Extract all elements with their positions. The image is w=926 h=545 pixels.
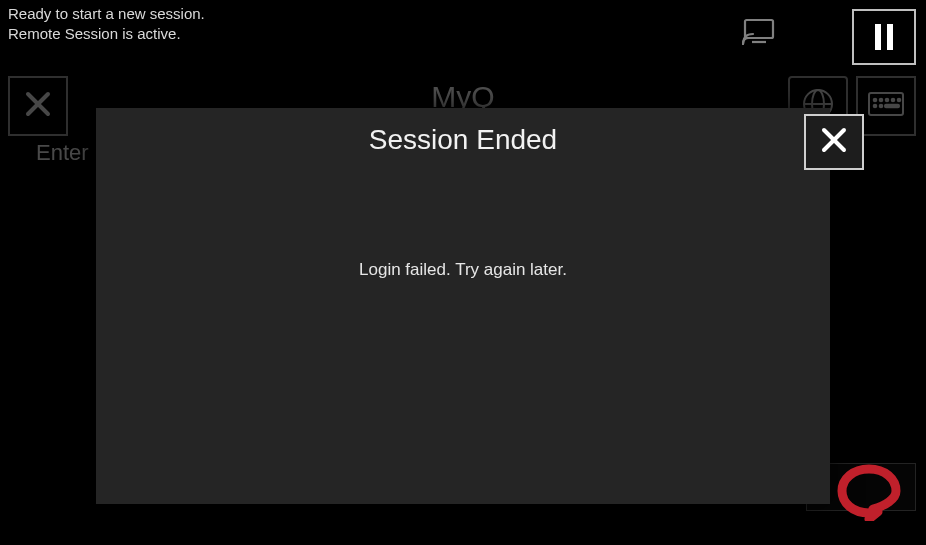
svg-point-15 — [874, 105, 877, 108]
chat-icon — [836, 507, 902, 524]
keyboard-icon — [868, 92, 904, 120]
cast-icon — [742, 18, 776, 50]
svg-point-12 — [886, 99, 889, 102]
svg-point-16 — [880, 105, 883, 108]
svg-line-5 — [28, 94, 48, 114]
svg-point-13 — [892, 99, 895, 102]
session-ended-dialog: Session Ended Login failed. Try again la… — [96, 108, 830, 504]
status-bar: Ready to start a new session. Remote Ses… — [0, 0, 926, 60]
svg-rect-2 — [875, 24, 881, 50]
close-icon — [819, 125, 849, 159]
keyboard-button — [856, 76, 916, 136]
svg-rect-3 — [887, 24, 893, 50]
status-line-2: Remote Session is active. — [8, 24, 918, 44]
dialog-title: Session Ended — [96, 124, 830, 156]
svg-line-4 — [28, 94, 48, 114]
status-line-1: Ready to start a new session. — [8, 4, 918, 24]
close-icon — [23, 89, 53, 123]
svg-point-10 — [874, 99, 877, 102]
svg-point-11 — [880, 99, 883, 102]
dialog-close-button[interactable] — [804, 114, 864, 170]
dialog-message: Login failed. Try again later. — [96, 260, 830, 280]
login-close-button — [8, 76, 68, 136]
pause-icon — [873, 24, 895, 50]
chat-button[interactable] — [836, 463, 902, 525]
svg-rect-9 — [869, 93, 903, 115]
pause-button[interactable] — [852, 9, 916, 65]
svg-rect-17 — [885, 105, 899, 108]
svg-point-14 — [898, 99, 901, 102]
